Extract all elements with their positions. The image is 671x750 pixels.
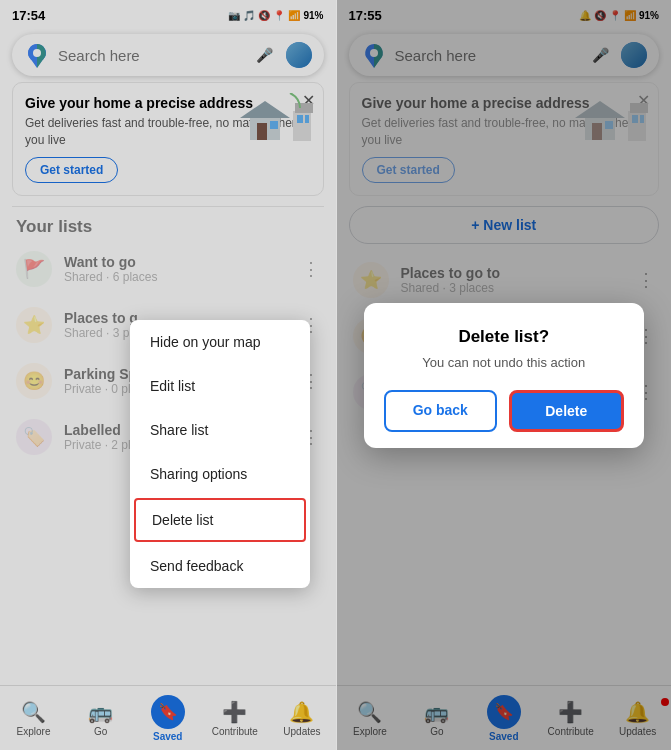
delete-btn[interactable]: Delete — [509, 390, 624, 432]
dialog-message: You can not undo this action — [384, 355, 624, 370]
go-back-btn[interactable]: Go back — [384, 390, 497, 432]
delete-dialog: Delete list? You can not undo this actio… — [364, 303, 644, 448]
dialog-overlay[interactable]: Delete list? You can not undo this actio… — [337, 0, 672, 750]
dialog-actions: Go back Delete — [384, 390, 624, 432]
dropdown-sharing-options[interactable]: Sharing options — [130, 452, 310, 496]
dropdown-edit-list[interactable]: Edit list — [130, 364, 310, 408]
dropdown-menu: Hide on your map Edit list Share list Sh… — [130, 320, 310, 588]
dialog-title: Delete list? — [384, 327, 624, 347]
dropdown-send-feedback[interactable]: Send feedback — [130, 544, 310, 588]
dropdown-hide-on-map[interactable]: Hide on your map — [130, 320, 310, 364]
dropdown-delete-list[interactable]: Delete list — [134, 498, 306, 542]
dropdown-share-list[interactable]: Share list — [130, 408, 310, 452]
left-panel: 17:54 📷 🎵 🔇 📍 📶 91% Search here 🎤 — [0, 0, 336, 750]
right-panel: 17:55 🔔 🔇 📍 📶 91% Search here 🎤 ✕ Give y… — [336, 0, 672, 750]
